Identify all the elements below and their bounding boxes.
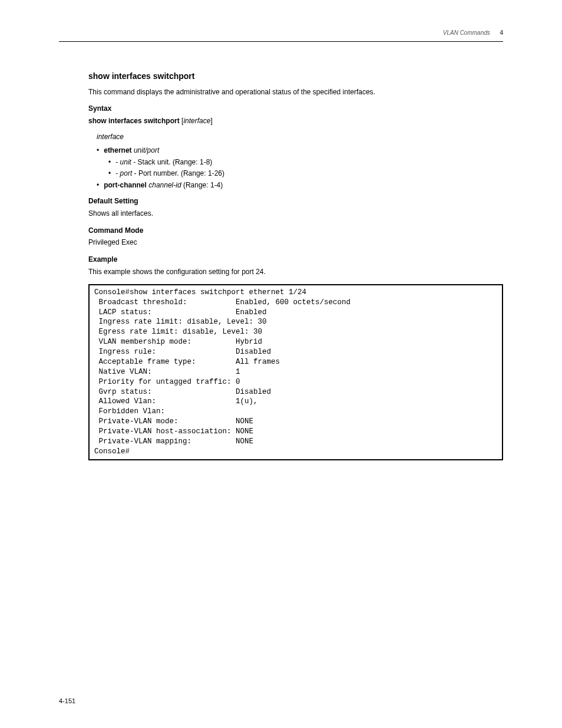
- header-right: VLAN Commands 4: [443, 29, 503, 36]
- page-header: VLAN Commands 4: [59, 29, 503, 36]
- command-description: This command displays the administrative…: [88, 87, 503, 97]
- syntax-label: Syntax: [88, 104, 503, 114]
- mode-label: Command Mode: [88, 226, 503, 236]
- console-output: Console#show interfaces switchport ether…: [88, 284, 503, 460]
- default-label: Default Setting: [88, 196, 503, 206]
- list-item: - unit - Stack unit. (Range: 1-8): [108, 157, 503, 167]
- list-item: port-channel channel-id (Range: 1-4): [97, 180, 503, 190]
- page-number: 4-151: [59, 697, 75, 704]
- page-content: show interfaces switchport This command …: [88, 71, 503, 465]
- example-intro: This example shows the configuration set…: [88, 267, 503, 277]
- mode-value: Privileged Exec: [88, 238, 503, 248]
- list-item: - port - Port number. (Range: 1-26): [108, 169, 503, 179]
- syntax-params-list: ethernet unit/port - unit - Stack unit. …: [97, 146, 503, 190]
- syntax-line: show interfaces switchport [interface]: [88, 116, 503, 126]
- default-value: Shows all interfaces.: [88, 209, 503, 219]
- example-label: Example: [88, 255, 503, 265]
- list-item: ethernet unit/port: [97, 146, 503, 156]
- header-rule: [59, 41, 503, 42]
- command-name: show interfaces switchport: [88, 71, 503, 83]
- syntax-interface-label: interface: [97, 132, 503, 142]
